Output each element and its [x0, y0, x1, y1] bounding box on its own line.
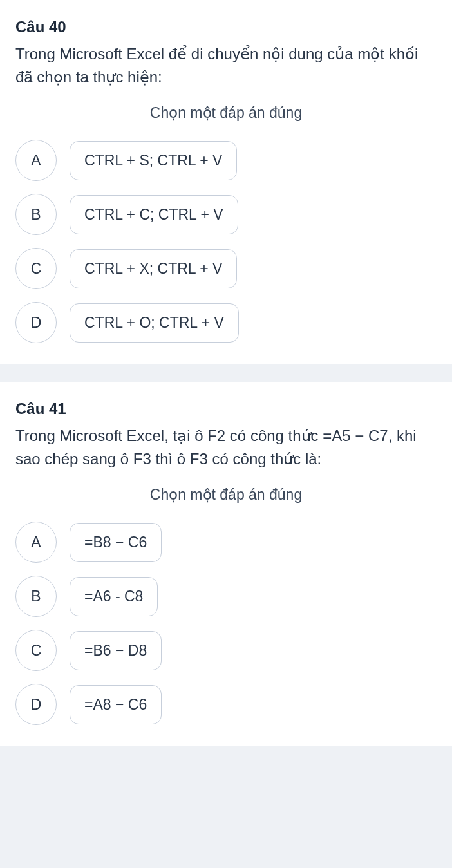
options-list: A CTRL + S; CTRL + V B CTRL + C; CTRL + … [15, 140, 437, 343]
divider-line [15, 113, 141, 113]
option-letter-button[interactable]: D [15, 684, 57, 725]
card-spacer [0, 364, 452, 382]
option-text-button[interactable]: CTRL + X; CTRL + V [70, 249, 237, 288]
option-letter-button[interactable]: B [15, 576, 57, 617]
instruction-divider: Chọn một đáp án đúng [15, 486, 437, 504]
instruction-label: Chọn một đáp án đúng [141, 486, 311, 504]
option-row: D CTRL + O; CTRL + V [15, 302, 437, 343]
option-text-button[interactable]: =B8 − C6 [70, 523, 162, 562]
question-title: Câu 40 [15, 18, 437, 36]
option-row: D =A8 − C6 [15, 684, 437, 725]
instruction-divider: Chọn một đáp án đúng [15, 104, 437, 122]
question-title: Câu 41 [15, 400, 437, 418]
divider-line [311, 495, 437, 495]
option-letter-button[interactable]: C [15, 630, 57, 671]
divider-line [311, 113, 437, 113]
option-row: C CTRL + X; CTRL + V [15, 248, 437, 289]
option-text-button[interactable]: CTRL + O; CTRL + V [70, 303, 239, 343]
option-letter-button[interactable]: B [15, 194, 57, 235]
question-text: Trong Microsoft Excel, tại ô F2 có công … [15, 424, 437, 471]
option-row: B CTRL + C; CTRL + V [15, 194, 437, 235]
options-list: A =B8 − C6 B =A6 - C8 C =B6 − D8 D =A8 −… [15, 522, 437, 725]
option-row: A CTRL + S; CTRL + V [15, 140, 437, 181]
option-row: C =B6 − D8 [15, 630, 437, 671]
question-text: Trong Microsoft Excel để di chuyển nội d… [15, 42, 437, 89]
option-letter-button[interactable]: D [15, 302, 57, 343]
option-letter-button[interactable]: A [15, 522, 57, 563]
question-card: Câu 40 Trong Microsoft Excel để di chuyể… [0, 0, 452, 364]
divider-line [15, 495, 141, 495]
option-text-button[interactable]: =B6 − D8 [70, 631, 162, 670]
option-text-button[interactable]: CTRL + C; CTRL + V [70, 195, 238, 234]
question-card: Câu 41 Trong Microsoft Excel, tại ô F2 c… [0, 382, 452, 746]
option-text-button[interactable]: =A8 − C6 [70, 685, 162, 724]
option-text-button[interactable]: CTRL + S; CTRL + V [70, 141, 237, 180]
instruction-label: Chọn một đáp án đúng [141, 104, 311, 122]
option-row: A =B8 − C6 [15, 522, 437, 563]
option-letter-button[interactable]: A [15, 140, 57, 181]
option-row: B =A6 - C8 [15, 576, 437, 617]
option-letter-button[interactable]: C [15, 248, 57, 289]
option-text-button[interactable]: =A6 - C8 [70, 577, 158, 616]
